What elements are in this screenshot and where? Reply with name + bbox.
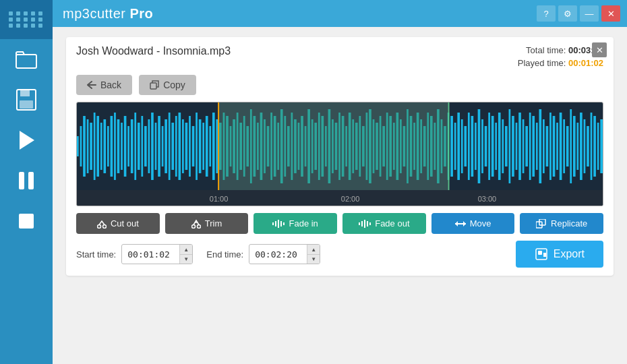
move-button[interactable]: Move: [431, 213, 515, 234]
cutout-button[interactable]: Cut out: [76, 213, 160, 234]
svg-rect-155: [573, 116, 576, 177]
replicate-button[interactable]: Replicate: [520, 213, 603, 234]
replicate-icon: [536, 219, 547, 229]
fadeout-label: Fade out: [375, 218, 409, 229]
minimize-button[interactable]: —: [580, 5, 599, 22]
sidebar-save[interactable]: [0, 80, 53, 120]
svg-rect-139: [518, 113, 521, 180]
svg-rect-7: [19, 214, 34, 229]
svg-rect-153: [566, 126, 569, 166]
end-time-group: End time: ▲ ▼: [206, 244, 320, 264]
svg-point-169: [191, 224, 195, 228]
back-button[interactable]: Back: [76, 75, 132, 95]
svg-rect-128: [481, 119, 483, 173]
svg-rect-17: [103, 119, 106, 173]
help-button[interactable]: ?: [537, 5, 556, 22]
section-close-button[interactable]: ✕: [592, 42, 607, 57]
svg-rect-126: [475, 123, 477, 170]
svg-rect-134: [502, 119, 504, 173]
end-time-up[interactable]: ▲: [307, 245, 320, 254]
close-button[interactable]: ✕: [601, 5, 620, 22]
end-time-input[interactable]: [249, 246, 307, 263]
fadein-icon: [272, 220, 285, 228]
svg-rect-130: [488, 113, 490, 180]
svg-rect-127: [478, 109, 481, 183]
svg-rect-142: [529, 113, 531, 180]
svg-rect-148: [549, 113, 551, 180]
svg-rect-165: [218, 102, 219, 190]
sidebar-pause[interactable]: [0, 160, 53, 201]
svg-rect-48: [209, 126, 211, 166]
start-time-input-box: ▲ ▼: [121, 244, 193, 264]
played-time-value: 00:01:02: [568, 58, 603, 68]
copy-button[interactable]: Copy: [139, 75, 196, 95]
svg-rect-143: [532, 116, 535, 177]
app-name-mp3: mp3: [63, 6, 90, 21]
svg-rect-180: [367, 221, 368, 226]
trim-button[interactable]: Trim: [165, 213, 249, 234]
total-time-label: Total time:: [526, 45, 566, 55]
waveform-svg: [77, 102, 603, 190]
sidebar-open-file[interactable]: [0, 39, 53, 80]
file-info: Josh Woodward - Insomnia.mp3 Total time:…: [76, 45, 603, 68]
end-time-down[interactable]: ▼: [307, 254, 320, 264]
svg-rect-36: [169, 113, 171, 180]
export-label: Export: [554, 248, 585, 260]
waveform-canvas: [77, 102, 603, 190]
svg-rect-26: [134, 113, 136, 180]
svg-rect-37: [171, 123, 174, 170]
titlebar: mp3cutter Pro ? ⚙ — ✕: [53, 0, 627, 27]
svg-rect-132: [495, 123, 497, 170]
main-area: mp3cutter Pro ? ⚙ — ✕ ✕ Josh Woodward - …: [53, 0, 627, 364]
svg-rect-44: [196, 113, 198, 180]
app-name-cutter: cutter: [90, 6, 125, 21]
fadeout-button[interactable]: Fade out: [342, 213, 426, 234]
svg-rect-34: [162, 126, 164, 166]
svg-rect-146: [543, 119, 545, 173]
svg-rect-19: [111, 116, 113, 177]
time-marker-3: 03:00: [478, 195, 497, 203]
svg-rect-164: [218, 102, 449, 190]
filename: Josh Woodward - Insomnia.mp3: [76, 45, 231, 57]
svg-rect-136: [509, 109, 511, 183]
time-info: Total time: 00:03:47 Played time: 00:01:…: [518, 45, 603, 68]
sidebar-stop[interactable]: [0, 201, 53, 241]
svg-rect-43: [192, 126, 195, 166]
svg-rect-157: [580, 113, 583, 180]
svg-rect-13: [90, 123, 92, 170]
start-time-down[interactable]: ▼: [180, 254, 192, 264]
move-label: Move: [470, 218, 491, 229]
start-time-up[interactable]: ▲: [180, 245, 192, 254]
svg-rect-172: [272, 222, 274, 225]
svg-rect-14: [94, 113, 96, 180]
played-time-label: Played time:: [518, 58, 566, 68]
svg-marker-184: [455, 221, 458, 226]
svg-rect-152: [563, 119, 565, 173]
time-marker-1: 01:00: [210, 195, 229, 203]
window-controls: ? ⚙ — ✕: [537, 5, 620, 22]
svg-rect-38: [175, 116, 177, 177]
logo-area: [0, 0, 53, 39]
svg-rect-188: [538, 251, 542, 255]
copy-icon: [150, 80, 159, 90]
file-section: ✕ Josh Woodward - Insomnia.mp3 Total tim…: [66, 37, 614, 276]
settings-button[interactable]: ⚙: [558, 5, 577, 22]
svg-rect-120: [454, 123, 456, 170]
svg-rect-42: [189, 116, 191, 177]
svg-rect-119: [450, 116, 453, 177]
svg-rect-20: [114, 113, 116, 180]
svg-rect-9: [77, 136, 79, 156]
svg-rect-15: [96, 116, 99, 177]
svg-rect-144: [536, 123, 538, 170]
svg-rect-138: [516, 123, 518, 170]
svg-rect-140: [522, 119, 525, 173]
svg-rect-162: [597, 123, 599, 170]
back-icon: [87, 81, 96, 89]
start-time-input[interactable]: [122, 246, 179, 263]
fadein-button[interactable]: Fade in: [253, 213, 337, 234]
sidebar-play[interactable]: [0, 120, 53, 160]
waveform-container[interactable]: 01:00 02:00 03:00: [76, 102, 603, 206]
svg-rect-150: [556, 123, 558, 170]
export-button[interactable]: Export: [516, 241, 603, 268]
svg-rect-123: [464, 126, 467, 166]
